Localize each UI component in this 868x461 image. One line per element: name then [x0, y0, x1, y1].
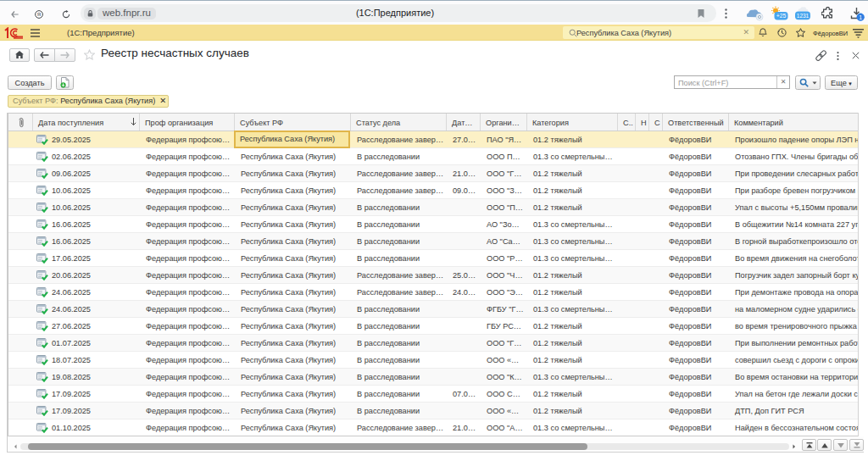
- svg-text:+25: +25: [776, 13, 787, 19]
- svg-text:1: 1: [859, 14, 862, 20]
- svg-text:1231: 1231: [797, 13, 810, 19]
- svg-text:Я: Я: [37, 12, 41, 17]
